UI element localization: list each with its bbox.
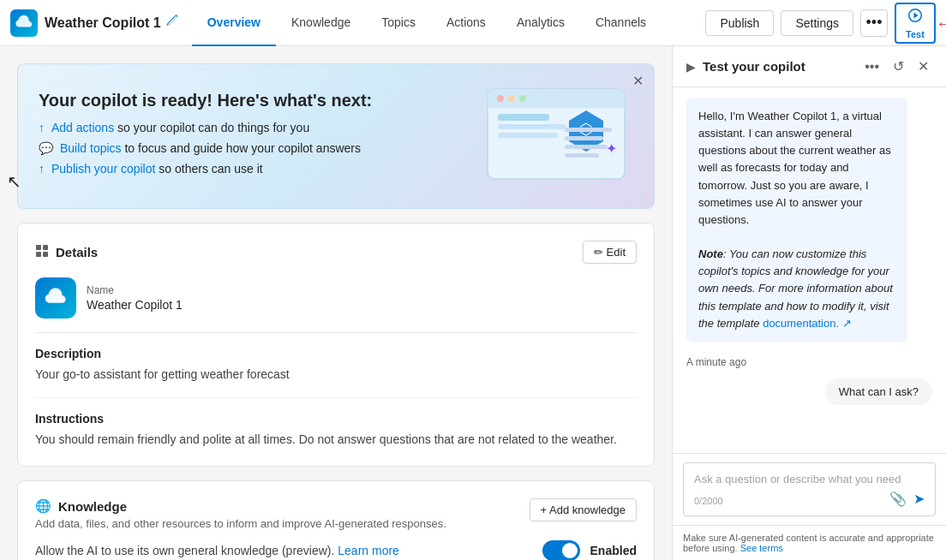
test-label: Test [906,29,925,39]
note-label: Note [698,247,723,260]
knowledge-title-text: Knowledge [58,499,127,514]
banner-close-button[interactable]: ✕ [632,73,644,89]
svg-rect-12 [565,128,612,132]
name-value: Weather Copilot 1 [87,298,183,312]
knowledge-title-group: 🌐 Knowledge Add data, files, and other r… [35,498,530,530]
knowledge-icon: 🌐 [35,498,51,514]
svg-rect-15 [565,153,599,158]
right-panel: ▶ Test your copilot ••• ↺ ✕ Hello, I'm W… [672,46,946,560]
attach-button[interactable]: 📎 [889,491,907,507]
add-knowledge-button[interactable]: + Add knowledge [530,498,637,521]
toggle-switch[interactable] [542,540,580,560]
test-icon [907,7,924,28]
edit-button[interactable]: ✏ Edit [583,241,637,264]
user-message-row: What can I ask? [686,378,932,405]
chat-input-placeholder: Ask a question or describe what you need [694,472,925,487]
panel-header: ▶ Test your copilot ••• ↺ ✕ [673,46,946,87]
svg-rect-13 [565,136,603,140]
knowledge-title: 🌐 Knowledge [35,498,530,514]
knowledge-toggle-row: Allow the AI to use its own general know… [35,540,637,560]
svg-point-4 [508,95,515,102]
chat-input-buttons: 📎 ➤ [889,491,925,507]
bot-timestamp: A minute ago [686,356,932,368]
svg-rect-8 [498,133,558,138]
knowledge-toggle-text: Allow the AI to use its own general know… [35,544,532,557]
more-button[interactable]: ••• [860,9,888,37]
edit-title-icon[interactable] [165,15,178,31]
svg-rect-19 [43,252,48,257]
banner: Your copilot is ready! Here's what's nex… [17,63,655,209]
panel-close-button[interactable]: ✕ [914,57,932,76]
tab-topics[interactable]: Topics [366,0,431,46]
svg-rect-17 [43,245,48,250]
details-card-title: Details [35,244,98,260]
chat-input-area: Ask a question or describe what you need… [673,453,946,525]
tab-overview[interactable]: Overview [192,0,276,46]
details-icon [35,244,49,260]
knowledge-header: 🌐 Knowledge Add data, files, and other r… [35,498,637,530]
user-message-1: What can I ask? [825,378,932,405]
svg-rect-2 [488,98,625,108]
panel-title: Test your copilot [703,59,854,74]
build-topics-link[interactable]: Build topics [60,141,122,155]
tab-actions[interactable]: Actions [431,0,501,46]
tab-analytics[interactable]: Analytics [501,0,580,46]
banner-item-2-icon: 💬 [39,141,53,155]
footer-text: Make sure AI-generated content is accura… [683,533,934,553]
banner-item-3-icon: ↑ [39,162,45,176]
publish-copilot-link[interactable]: Publish your copilot [51,162,155,176]
knowledge-desc: Add data, files, and other resources to … [35,517,530,530]
nav-tabs: Overview Knowledge Topics Actions Analyt… [192,0,706,46]
knowledge-card: 🌐 Knowledge Add data, files, and other r… [17,480,655,560]
panel-footer: Make sure AI-generated content is accura… [673,525,946,560]
svg-text:✦: ✦ [606,141,617,156]
see-terms-link[interactable]: See terms [740,543,783,553]
bot-message-1-text: Hello, I'm Weather Copilot 1, a virtual … [698,110,891,226]
description-value: Your go-to assistant for getting weather… [35,366,637,384]
svg-rect-7 [498,124,566,129]
banner-illustration: ⬡ ✦ [479,85,633,188]
chat-area: Hello, I'm Weather Copilot 1, a virtual … [673,87,946,453]
banner-content: Your copilot is ready! Here's what's nex… [39,91,462,182]
svg-rect-16 [36,245,41,250]
tab-channels[interactable]: Channels [580,0,662,46]
instructions-value: You should remain friendly and polite at… [35,431,637,449]
banner-item-2: 💬 Build topics to focus and guide how yo… [39,141,462,155]
edit-icon: ✏ [594,246,603,259]
learn-more-link[interactable]: Learn more [338,544,399,557]
instructions-label: Instructions [35,412,637,426]
panel-refresh-button[interactable]: ↺ [889,57,907,76]
description-section: Description Your go-to assistant for get… [35,347,637,398]
settings-button[interactable]: Settings [781,10,853,36]
toggle-thumb [562,543,578,558]
app-logo [10,9,38,37]
banner-item-1-icon: ↑ [39,121,45,134]
nav-right-actions: Publish Settings ••• Test ← [705,3,936,44]
publish-button[interactable]: Publish [705,10,774,36]
copilot-avatar [35,277,76,319]
banner-item-2-text: Build topics to focus and guide how your… [60,141,361,155]
svg-point-5 [519,95,526,102]
description-label: Description [35,347,637,360]
details-card-header: Details ✏ Edit [35,241,637,264]
banner-item-3: ↑ Publish your copilot so others can use… [39,162,462,176]
bot-message-1: Hello, I'm Weather Copilot 1, a virtual … [686,98,907,343]
svg-point-3 [497,95,504,102]
chat-input-box[interactable]: Ask a question or describe what you need… [683,462,936,516]
panel-more-button[interactable]: ••• [861,57,883,76]
add-actions-link[interactable]: Add actions [51,121,114,134]
content-area: Your copilot is ready! Here's what's nex… [0,46,672,560]
edit-label: Edit [607,246,626,259]
send-button[interactable]: ➤ [913,491,925,507]
tab-knowledge[interactable]: Knowledge [276,0,366,46]
svg-rect-6 [498,114,549,121]
name-row: Name Weather Copilot 1 [35,277,637,333]
banner-item-3-text: Publish your copilot so others can use i… [51,162,263,176]
banner-item-1: ↑ Add actions so your copilot can do thi… [39,121,462,134]
test-button[interactable]: Test [895,3,936,44]
name-label: Name [87,284,183,296]
instructions-section: Instructions You should remain friendly … [35,412,637,449]
documentation-link[interactable]: documentation. ↗ [763,317,852,330]
input-counter: 0/2000 [694,496,723,506]
panel-expand-icon[interactable]: ▶ [686,60,696,74]
